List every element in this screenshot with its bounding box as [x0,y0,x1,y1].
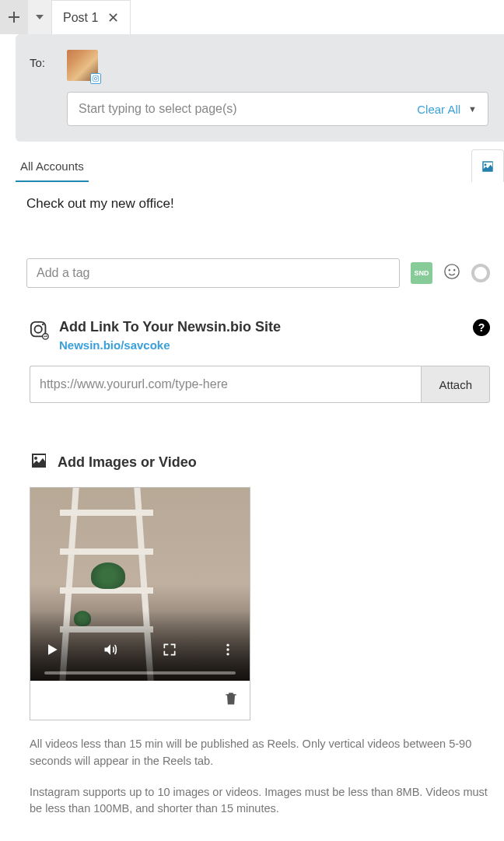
link-section: Add Link To Your Newsin.bio Site Newsin.… [16,303,504,425]
svg-point-12 [226,653,229,655]
smiley-icon [443,263,460,280]
close-icon[interactable]: ✕ [107,11,119,25]
to-section: To: Clear All ▼ [16,34,504,142]
image-icon [30,451,48,473]
clear-all-button[interactable]: Clear All [417,103,460,116]
to-label: To: [30,50,45,69]
emoji-button[interactable] [443,263,460,283]
more-vertical-icon [220,642,236,657]
play-icon [44,642,60,657]
loading-indicator [471,264,490,282]
attach-button[interactable]: Attach [421,366,490,403]
more-button[interactable] [220,642,236,661]
snd-button[interactable]: SND [411,262,432,284]
media-info-text-1: All videos less than 15 min will be publ… [30,736,490,770]
add-post-dropdown[interactable] [28,0,51,34]
link-subtitle[interactable]: Newsin.bio/savcoke [59,338,464,352]
volume-button[interactable] [103,642,118,661]
plus-icon [8,11,20,23]
volume-icon [103,642,118,657]
instagram-badge-icon [90,73,101,84]
add-post-button[interactable] [0,0,28,34]
fullscreen-button[interactable] [162,642,177,661]
svg-point-11 [226,648,229,650]
page-select-input[interactable] [79,102,417,116]
tag-input[interactable] [26,258,400,288]
tab-label: Post 1 [63,11,98,25]
svg-point-1 [94,77,96,79]
media-section: Add Images or Video [16,436,504,833]
page-dropdown-toggle[interactable]: ▼ [465,101,480,117]
page-select-input-wrap: Clear All ▼ [67,92,488,126]
image-mode-toggle[interactable] [471,149,504,182]
url-input[interactable] [30,366,421,403]
svg-point-4 [449,269,450,271]
trash-icon [223,690,239,707]
help-button[interactable]: ? [473,319,490,336]
tab-post-1[interactable]: Post 1 ✕ [51,0,131,34]
delete-media-button[interactable] [223,690,239,710]
media-info-text-2: Instagram supports up to 10 images or vi… [30,784,490,818]
svg-point-10 [226,644,229,647]
svg-point-3 [445,265,459,279]
message-text[interactable]: Check out my new office! [26,196,490,212]
video-progress-bar[interactable] [44,671,236,675]
image-icon [481,159,495,173]
message-area: Check out my new office! SND [16,182,504,293]
instagram-link-icon [30,321,50,344]
selected-account-avatar[interactable] [67,50,98,81]
caret-down-icon [36,15,44,19]
link-title: Add Link To Your Newsin.bio Site [59,319,464,335]
svg-point-2 [97,76,98,77]
svg-point-8 [42,324,44,325]
fullscreen-icon [162,642,177,657]
tab-all-accounts[interactable]: All Accounts [16,150,89,182]
play-button[interactable] [44,642,60,661]
svg-point-5 [453,269,455,271]
media-title: Add Images or Video [58,454,197,471]
video-thumbnail[interactable] [30,488,250,681]
media-card [30,487,250,720]
svg-point-7 [35,326,42,333]
